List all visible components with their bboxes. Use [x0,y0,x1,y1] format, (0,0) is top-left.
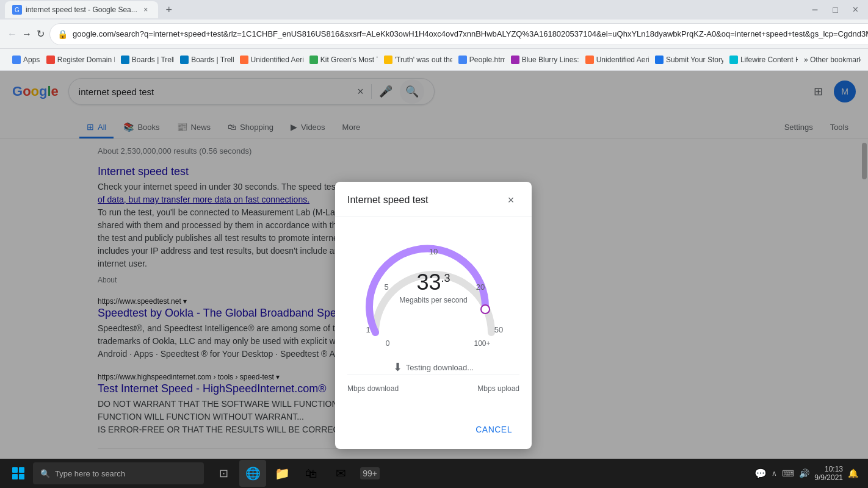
taskbar-pinned-apps: ⊡ 🌐 📁 🛍 ✉ 99+ [210,460,383,487]
tray-expand-icon[interactable]: ∧ [772,469,777,478]
gauge-status-text: Testing download... [406,363,474,372]
taskbar-99-app[interactable]: 99+ [356,460,383,487]
bookmark-2-icon [121,56,129,64]
bookmark-7[interactable]: People.html [454,53,505,66]
svg-text:50: 50 [494,325,503,334]
svg-text:0: 0 [386,339,390,348]
taskbar-date: 9/9/2021 [814,473,843,482]
modal-close-button[interactable]: × [502,192,519,209]
nav-bar: ← → ↻ 🔒 google.com/search?q=internet+spe… [0,20,868,49]
bookmark-9-icon [585,56,594,64]
close-button[interactable]: × [848,4,863,15]
bookmark-11-icon [729,56,738,64]
bookmark-2[interactable]: Boards | Trello [116,53,174,66]
bookmark-4-icon [240,56,248,64]
cancel-button[interactable]: CANCEL [466,420,522,439]
bookmark-4[interactable]: Unidentified Aeri... [235,53,303,66]
taskbar-search[interactable]: 🔍 Type here to search [33,462,204,484]
taskbar-search-icon: 🔍 [40,469,50,478]
modal-stats: Mbps download Mbps upload [347,374,519,400]
bookmark-apps-icon [12,56,21,64]
bookmark-9[interactable]: Unidentified Aeri... [580,53,649,66]
maximize-button[interactable]: □ [828,5,842,15]
svg-text:10: 10 [429,247,438,256]
taskbar-system-tray: 💬 ∧ ⌨ 🔊 10:13 9/9/2021 🔔 [750,465,863,482]
bookmark-6-icon [384,56,392,64]
modal-header: Internet speed test × [335,182,532,217]
svg-text:20: 20 [476,282,485,292]
browser-tab[interactable]: G internet speed test - Google Sea... × [5,1,158,18]
tray-volume-icon[interactable]: 🔊 [799,468,809,478]
bookmarks-bar: Apps Register Domain N... Boards | Trell… [0,49,868,71]
gauge-center: 33.3 Megabits per second [399,271,467,304]
taskbar-edge-app[interactable]: 🌐 [239,460,266,487]
title-bar: G internet speed test - Google Sea... × … [0,0,868,20]
taskbar-store-app[interactable]: 🛍 [298,460,325,487]
bookmark-more[interactable]: » Other bookmarks [799,53,861,66]
bookmark-8[interactable]: Blue Blurry Lines: Ki... [506,53,579,66]
upload-stat: Mbps upload [477,382,519,393]
bookmark-5[interactable]: Kit Green's Most Tr... [305,53,378,66]
taskbar-explorer-app[interactable]: 📁 [269,460,295,487]
gauge-unit: Megabits per second [399,296,467,304]
forward-button[interactable]: → [22,24,32,44]
address-bar[interactable]: 🔒 google.com/search?q=internet+speed+tes… [49,23,868,45]
bookmark-11[interactable]: Lifewire Content Hu... [725,53,798,66]
taskbar-task-view[interactable]: ⊡ [210,460,237,487]
bookmark-10-icon [655,56,664,64]
tab-title: internet speed test - Google Sea... [26,5,137,14]
windows-logo-icon [12,467,24,479]
svg-text:100+: 100+ [474,339,490,348]
svg-point-0 [481,305,490,314]
taskbar-clock[interactable]: 10:13 9/9/2021 [814,465,843,482]
bookmark-3-icon [180,56,189,64]
gauge-status: ⬇ Testing download... [393,361,474,374]
bookmark-1[interactable]: Register Domain N... [42,53,115,66]
bookmark-6[interactable]: 'Truth' was out ther... [379,53,452,66]
taskbar: 🔍 Type here to search ⊡ 🌐 📁 🛍 ✉ 99+ 💬 ∧ … [0,459,868,488]
download-icon: ⬇ [393,361,402,374]
back-button[interactable]: ← [7,24,17,44]
bookmark-5-icon [309,56,318,64]
tab-favicon: G [12,5,22,15]
bookmark-3[interactable]: Boards | Trello [175,53,233,66]
bookmark-1-icon [46,56,55,64]
modal-footer: CANCEL [335,412,532,449]
tab-close-button[interactable]: × [141,5,151,15]
download-stat: Mbps download [347,382,399,393]
taskbar-time: 10:13 [814,465,843,473]
bookmark-apps[interactable]: Apps [7,53,40,66]
modal-body: 10 5 20 1 50 0 100+ 33.3 Megabits per se… [335,217,532,412]
taskbar-mail-app[interactable]: ✉ [327,460,354,487]
taskbar-search-placeholder: Type here to search [55,469,125,478]
window-controls: − □ × [807,4,863,16]
svg-text:5: 5 [384,282,388,292]
speed-gauge: 10 5 20 1 50 0 100+ 33.3 Megabits per se… [357,229,510,351]
lock-icon: 🔒 [57,29,68,39]
modal-title: Internet speed test [347,195,429,206]
download-label: Mbps download [347,384,399,393]
speed-test-modal: Internet speed test × 10 5 20 1 [335,182,532,449]
start-button[interactable] [5,460,32,487]
browser-chrome: G internet speed test - Google Sea... × … [0,0,868,71]
upload-label: Mbps upload [477,384,519,393]
tray-keyboard-icon[interactable]: ⌨ [782,468,794,478]
gauge-value: 33.3 [399,271,467,293]
new-tab-button[interactable]: + [161,1,178,18]
bookmark-10[interactable]: Submit Your Story |... [650,53,723,66]
address-text: google.com/search?q=internet+speed+test&… [73,29,868,38]
google-page: Google internet speed test × 🎤 🔍 ⊞ M ⊞ A… [0,71,868,488]
bookmark-8-icon [511,56,519,64]
tray-notification-icon[interactable]: 🔔 [848,468,858,478]
minimize-button[interactable]: − [807,4,823,16]
svg-text:1: 1 [366,325,370,334]
bookmark-7-icon [458,56,467,64]
reload-button[interactable]: ↻ [37,24,45,44]
tray-chat-icon[interactable]: 💬 [754,468,767,479]
